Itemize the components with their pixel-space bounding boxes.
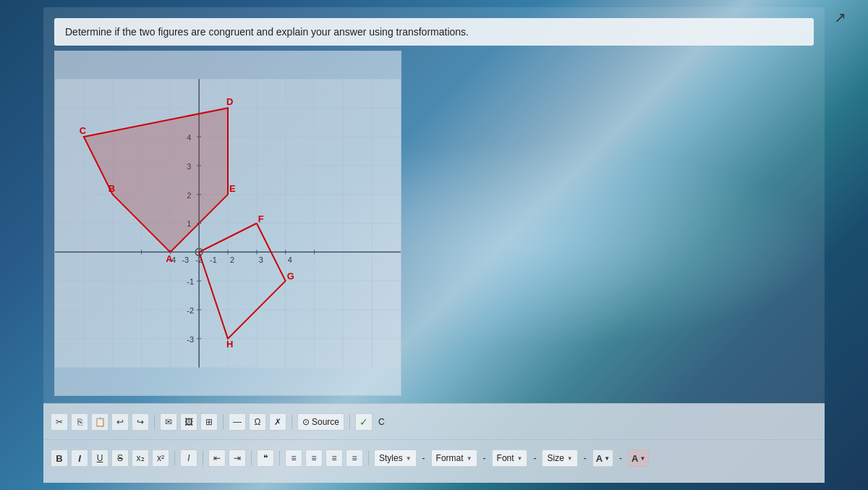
dropdown-separator4: - <box>581 453 590 463</box>
c-label: C <box>375 417 388 427</box>
dropdown-separator1: - <box>420 453 428 463</box>
styles-dropdown[interactable]: Styles <box>374 449 417 467</box>
font-label: Font <box>497 453 514 463</box>
toolbar-container: ✂ ⎘ 📋 ↩ ↪ ✉ 🖼 ⊞ — Ω ✗ ⊙ Source ✓ C B I <box>43 403 825 483</box>
separator9 <box>368 451 369 465</box>
question-area: Determine if the two figures are congrue… <box>54 18 814 46</box>
cursor-icon: ↖ <box>834 9 846 26</box>
question-text: Determine if the two figures are congrue… <box>65 26 469 38</box>
svg-text:-3: -3 <box>182 255 189 264</box>
italic-button[interactable]: I <box>71 449 88 467</box>
bg-color-indicator: ▼ <box>639 455 645 462</box>
source-icon: ⊙ <box>302 417 310 427</box>
align-center-button[interactable]: ≡ <box>305 449 323 467</box>
underline-button[interactable]: U <box>91 449 109 467</box>
toolbar-row1: ✂ ⎘ 📋 ↩ ↪ ✉ 🖼 ⊞ — Ω ✗ ⊙ Source ✓ C <box>43 404 825 440</box>
format-dropdown[interactable]: Format <box>431 449 477 467</box>
omega-button[interactable]: Ω <box>249 413 266 431</box>
redo-button[interactable]: ↪ <box>132 413 149 431</box>
indent-button[interactable]: ⇥ <box>229 449 246 467</box>
a-bg-label: A <box>631 453 638 464</box>
svg-text:H: H <box>226 339 233 350</box>
svg-text:B: B <box>109 183 115 194</box>
cut-button[interactable]: ✂ <box>51 413 68 431</box>
svg-text:-2: -2 <box>187 306 194 315</box>
a-label: A <box>596 453 603 464</box>
styles-label: Styles <box>379 453 403 463</box>
undo-button[interactable]: ↩ <box>111 413 129 431</box>
separator2 <box>223 415 224 429</box>
svg-text:C: C <box>80 125 86 136</box>
separator6 <box>203 451 203 465</box>
italic2-button[interactable]: I <box>180 449 197 467</box>
svg-text:3: 3 <box>259 255 263 264</box>
align-right-button[interactable]: ≡ <box>326 449 343 467</box>
separator1 <box>154 415 155 429</box>
svg-text:2: 2 <box>230 255 234 264</box>
source-label: Source <box>312 417 339 427</box>
blockquote-button[interactable]: ❝ <box>257 449 274 467</box>
paste-button[interactable]: 📋 <box>91 413 109 431</box>
superscript-button[interactable]: x² <box>152 449 169 467</box>
font-color-button[interactable]: A ▼ <box>592 449 613 467</box>
separator8 <box>279 451 280 465</box>
strikethrough-button[interactable]: S <box>111 449 129 467</box>
copy-button[interactable]: ⎘ <box>71 413 88 431</box>
format-label: Format <box>436 453 464 463</box>
check-button[interactable]: ✓ <box>355 413 373 431</box>
bold-button[interactable]: B <box>51 449 68 467</box>
font-dropdown[interactable]: Font <box>492 449 528 467</box>
svg-text:E: E <box>229 183 236 194</box>
separator5 <box>174 451 175 465</box>
align-left-button[interactable]: ≡ <box>285 449 302 467</box>
color-indicator: ▼ <box>604 455 610 462</box>
separator3 <box>292 415 292 429</box>
svg-text:F: F <box>258 214 264 224</box>
svg-text:D: D <box>226 96 233 107</box>
align-justify-button[interactable]: ≡ <box>346 449 363 467</box>
dropdown-separator3: - <box>530 453 539 463</box>
dropdown-separator2: - <box>480 453 489 463</box>
separator7 <box>251 451 252 465</box>
size-dropdown[interactable]: Size <box>542 449 577 467</box>
source-button[interactable]: ⊙ Source <box>297 413 344 431</box>
svg-text:A: A <box>166 253 172 264</box>
svg-text:-1: -1 <box>210 255 217 264</box>
separator4 <box>349 415 350 429</box>
toolbar-row2: B I U S x₂ x² I ⇤ ⇥ ❝ ≡ ≡ ≡ ≡ Styles - F… <box>43 440 825 476</box>
bg-color-button[interactable]: A ▼ <box>628 449 649 467</box>
image-button[interactable]: 🖼 <box>180 413 197 431</box>
table-button[interactable]: ⊞ <box>200 413 218 431</box>
email-button[interactable]: ✉ <box>160 413 177 431</box>
dropdown-separator5: - <box>616 453 625 463</box>
special-char-button[interactable]: ✗ <box>269 413 286 431</box>
main-container: Determine if the two figures are congrue… <box>43 7 825 483</box>
svg-text:-3: -3 <box>187 335 194 344</box>
svg-text:4: 4 <box>288 255 292 264</box>
hrule-button[interactable]: — <box>229 413 246 431</box>
graph-svg: -4 -3 -2 -1 2 3 4 1 2 3 4 -1 -2 -3 <box>55 51 401 395</box>
size-label: Size <box>547 453 563 463</box>
graph-area: -4 -3 -2 -1 2 3 4 1 2 3 4 -1 -2 -3 <box>54 51 401 396</box>
subscript-button[interactable]: x₂ <box>132 449 149 467</box>
outdent-button[interactable]: ⇤ <box>208 449 226 467</box>
svg-text:-1: -1 <box>187 277 194 286</box>
svg-text:G: G <box>287 271 294 282</box>
